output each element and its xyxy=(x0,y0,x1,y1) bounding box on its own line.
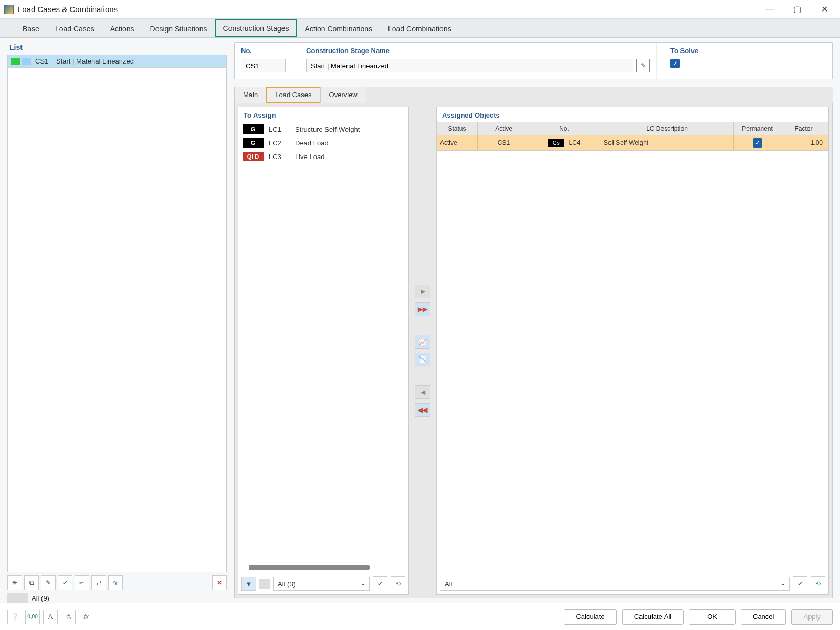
main-tabs: Base Load Cases Actions Design Situation… xyxy=(0,19,840,38)
sub-tabs: Main Load Cases Overview xyxy=(234,87,833,103)
copy-item-button[interactable]: ⧉ xyxy=(24,575,39,590)
move-all-left-button[interactable]: ◀◀ xyxy=(415,403,430,417)
edit-item-button[interactable]: ✎ xyxy=(41,575,56,590)
list-toolbar: ✳ ⧉ ✎ ✔ ⤺ ⇄ ²₆ ✕ xyxy=(7,572,227,593)
scrollbar[interactable] xyxy=(249,565,370,570)
category-badge-icon: G xyxy=(243,138,264,148)
filter-tool-button[interactable]: ⚗ xyxy=(61,610,76,624)
help-button[interactable]: ❔ xyxy=(7,610,22,624)
lc-code: LC3 xyxy=(269,153,290,161)
list-filter: All (9) xyxy=(7,593,227,603)
close-icon[interactable]: ✕ xyxy=(817,4,832,14)
delete-button[interactable]: ✕ xyxy=(212,575,227,590)
move-all-right-button[interactable]: ▶▶ xyxy=(415,302,430,316)
chart-down-button[interactable]: 📉 xyxy=(415,353,430,366)
list-box[interactable]: CS1 Start | Material Linearized xyxy=(7,55,227,572)
tab-design-situations[interactable]: Design Situations xyxy=(142,20,215,37)
list-item[interactable]: G LC2 Dead Load xyxy=(243,136,404,150)
to-assign-panel: To Assign G LC1 Structure Self-Weight G … xyxy=(238,107,409,595)
title-bar: Load Cases & Combinations — ▢ ✕ xyxy=(0,0,840,19)
cell-status: Active xyxy=(437,135,478,150)
lc-desc: Structure Self-Weight xyxy=(295,125,360,133)
filter-swatch-icon xyxy=(7,593,28,603)
font-button[interactable]: A xyxy=(43,610,58,624)
category-badge-icon: QI D xyxy=(243,152,264,161)
apply-button[interactable]: Apply xyxy=(791,609,833,625)
move-right-button[interactable]: ▶ xyxy=(415,285,430,298)
list-item[interactable]: CS1 Start | Material Linearized xyxy=(8,55,226,68)
calculate-button[interactable]: Calculate xyxy=(564,609,616,625)
grid-header: Status Active No. LC Description Permane… xyxy=(437,122,828,135)
filter-select[interactable]: All (3) xyxy=(273,577,370,591)
list-item-name: Start | Material Linearized xyxy=(56,57,134,65)
refresh-button[interactable]: ⟲ xyxy=(391,576,405,591)
app-icon xyxy=(4,5,14,14)
to-assign-header: To Assign xyxy=(238,107,408,122)
tab-load-combinations[interactable]: Load Combinations xyxy=(380,20,459,37)
filter-button[interactable]: ▼ xyxy=(242,577,256,591)
no-input[interactable] xyxy=(241,59,286,72)
ok-button[interactable]: OK xyxy=(689,609,736,625)
list-item-code: CS1 xyxy=(35,57,56,65)
cell-perm[interactable]: ✓ xyxy=(734,135,781,150)
subtab-overview[interactable]: Overview xyxy=(320,87,366,103)
cell-factor[interactable]: 1.00 xyxy=(781,135,828,150)
subtab-load-cases[interactable]: Load Cases xyxy=(266,87,320,103)
chart-up-button[interactable]: 📈 xyxy=(415,335,430,349)
sort-button[interactable]: ²₆ xyxy=(108,575,123,590)
select-all-assigned-button[interactable]: ✔ xyxy=(793,576,807,591)
cell-desc: Soil Self-Weight xyxy=(598,135,734,150)
tab-load-cases[interactable]: Load Cases xyxy=(47,20,102,37)
list-header: List xyxy=(7,38,227,55)
tab-action-combinations[interactable]: Action Combinations xyxy=(297,20,380,37)
minimize-icon[interactable]: — xyxy=(762,4,777,14)
tab-actions[interactable]: Actions xyxy=(102,20,142,37)
calculate-all-button[interactable]: Calculate All xyxy=(622,609,684,625)
category-badge-icon: Gs xyxy=(548,139,564,147)
no-label: No. xyxy=(241,47,286,55)
solve-checkbox[interactable]: ✓ xyxy=(670,59,680,68)
subtab-main[interactable]: Main xyxy=(234,87,267,103)
cancel-button[interactable]: Cancel xyxy=(741,609,786,625)
table-row[interactable]: Active CS1 Gs LC4 Soil Self-Weight ✓ 1.0… xyxy=(437,135,828,151)
cell-active: CS1 xyxy=(478,135,530,150)
col-no[interactable]: No. xyxy=(530,122,598,135)
lc-desc: Dead Load xyxy=(295,139,329,147)
move-left-button[interactable]: ◀ xyxy=(415,385,430,399)
col-status[interactable]: Status xyxy=(437,122,478,135)
check-all-button[interactable]: ✔ xyxy=(58,575,72,590)
bottom-bar: ❔ 0,00 A ⚗ fx Calculate Calculate All OK… xyxy=(0,603,840,630)
assigned-panel: Assigned Objects Status Active No. LC De… xyxy=(436,107,829,595)
type-swatch-icon xyxy=(22,58,31,65)
new-item-button[interactable]: ✳ xyxy=(7,575,22,590)
filter-label: All (9) xyxy=(32,594,49,602)
grid-body[interactable]: Active CS1 Gs LC4 Soil Self-Weight ✓ 1.0… xyxy=(437,135,828,573)
transfer-buttons: ▶ ▶▶ 📈 📉 ◀ ◀◀ xyxy=(412,107,433,595)
tab-construction-stages[interactable]: Construction Stages xyxy=(215,19,297,37)
tab-base[interactable]: Base xyxy=(15,20,47,37)
renumber-button[interactable]: ⇄ xyxy=(91,575,106,590)
col-factor[interactable]: Factor xyxy=(781,122,828,135)
lc-desc: Live Load xyxy=(295,153,324,161)
list-item[interactable]: QI D LC3 Live Load xyxy=(243,150,404,163)
function-button[interactable]: fx xyxy=(79,610,93,624)
name-input[interactable] xyxy=(306,59,633,72)
list-panel: List CS1 Start | Material Linearized ✳ ⧉… xyxy=(7,38,227,603)
units-button[interactable]: 0,00 xyxy=(25,610,40,624)
to-assign-list[interactable]: G LC1 Structure Self-Weight G LC2 Dead L… xyxy=(238,122,408,561)
assigned-filter-select[interactable]: All xyxy=(440,577,790,591)
refresh-assigned-button[interactable]: ⟲ xyxy=(811,576,825,591)
list-item[interactable]: G LC1 Structure Self-Weight xyxy=(243,122,404,136)
maximize-icon[interactable]: ▢ xyxy=(790,4,804,14)
window-title: Load Cases & Combinations xyxy=(18,5,762,14)
col-perm[interactable]: Permanent xyxy=(734,122,781,135)
edit-name-button[interactable]: ✎ xyxy=(636,59,650,72)
col-active[interactable]: Active xyxy=(478,122,530,135)
name-label: Construction Stage Name xyxy=(306,47,650,55)
assigned-header: Assigned Objects xyxy=(437,107,828,122)
col-desc[interactable]: LC Description xyxy=(598,122,734,135)
uncheck-all-button[interactable]: ⤺ xyxy=(75,575,89,590)
select-all-button[interactable]: ✔ xyxy=(373,576,387,591)
lc-code: LC2 xyxy=(269,139,290,147)
filter-swatch-icon xyxy=(259,579,270,589)
